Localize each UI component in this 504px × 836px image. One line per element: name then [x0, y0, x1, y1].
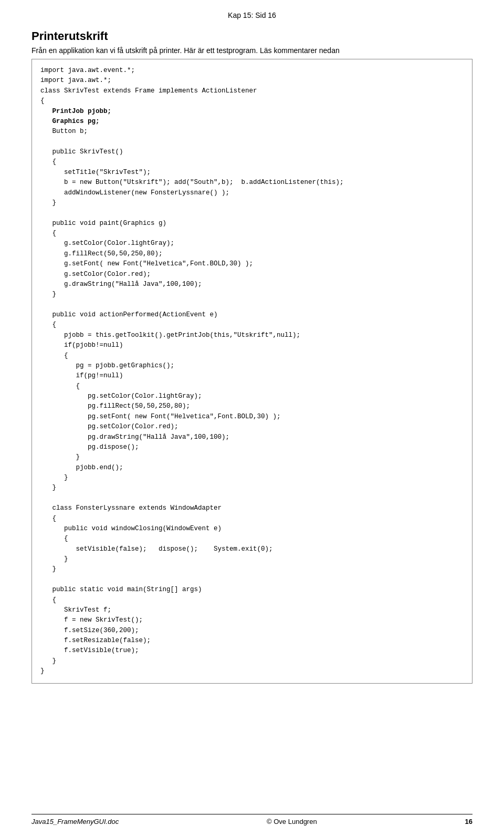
footer-right: 16 — [465, 818, 472, 825]
footer-left: Java15_FrameMenyGUI.doc — [32, 818, 119, 825]
page-container: Kap 15: Sid 16 Printerutskrift Från en a… — [0, 0, 504, 836]
code-block: import java.awt.event.*; import java.awt… — [32, 59, 472, 684]
page-header: Kap 15: Sid 16 — [32, 11, 472, 20]
section-title: Printerutskrift — [32, 29, 472, 43]
code-content: import java.awt.event.*; import java.awt… — [40, 67, 344, 675]
page-footer: Java15_FrameMenyGUI.doc © Ove Lundgren 1… — [32, 814, 472, 825]
header-title: Kap 15: Sid 16 — [228, 11, 276, 19]
intro-text: Från en applikation kan vi få utskrift p… — [32, 46, 472, 55]
footer-center: © Ove Lundgren — [267, 818, 317, 825]
